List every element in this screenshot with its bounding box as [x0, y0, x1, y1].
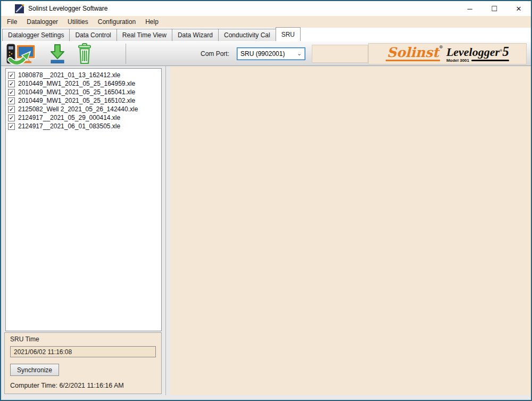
- window-controls: ─ ☐ ✕: [458, 1, 531, 16]
- file-list: ✓ 1080878__2021_01_13_162412.xle ✓ 20104…: [5, 68, 162, 331]
- levelogger-logo-text: Levelogger: [446, 45, 500, 59]
- sru-time-field[interactable]: [10, 346, 156, 357]
- tab-data-control[interactable]: Data Control: [69, 29, 117, 41]
- file-name: 2010449_MW1_2021_05_25_164959.xle: [18, 80, 135, 87]
- com-port-dropdown[interactable]: SRU (9902001) ⌄: [237, 47, 305, 60]
- file-list-item[interactable]: ✓ 2124917__2021_06_01_083505.xle: [7, 122, 160, 130]
- registered-mark: ®: [439, 45, 443, 49]
- model-number: Model 3001: [446, 59, 469, 63]
- file-checkbox[interactable]: ✓: [8, 89, 15, 96]
- file-list-item[interactable]: ✓ 2010449_MW1_2021_05_25_165041.xle: [7, 88, 160, 96]
- sru-to-pc-transfer-icon: [6, 43, 36, 64]
- toolbar-separator: [126, 44, 126, 64]
- file-list-item[interactable]: ✓ 2125082_Well 2_2021_05_26_142440.xle: [7, 105, 160, 113]
- app-window: Solinst Levelogger Software ─ ☐ ✕ File D…: [0, 0, 532, 401]
- synchronize-button[interactable]: Synchronize: [10, 364, 59, 376]
- file-name: 2010449_MW1_2021_05_25_165102.xle: [18, 97, 135, 104]
- file-checkbox[interactable]: ✓: [8, 123, 15, 130]
- solinst-logo: Solinst®: [386, 46, 440, 61]
- file-list-item[interactable]: ✓ 1080878__2021_01_13_162412.xle: [7, 71, 160, 79]
- file-name: 2010449_MW1_2021_05_25_165041.xle: [18, 88, 135, 96]
- close-button[interactable]: ✕: [506, 1, 531, 16]
- download-icon: [50, 43, 65, 64]
- file-name: 2124917__2021_06_01_083505.xle: [18, 122, 120, 130]
- menu-utilities[interactable]: Utilities: [63, 17, 93, 27]
- menu-configuration[interactable]: Configuration: [93, 17, 140, 27]
- window-title: Solinst Levelogger Software: [28, 5, 107, 12]
- toolbar: Com Port: SRU (9902001) ⌄ Solinst® Level…: [1, 41, 531, 66]
- file-checkbox[interactable]: ✓: [8, 72, 15, 79]
- levelogger-5: 5: [502, 44, 509, 59]
- file-name: 1080878__2021_01_13_162412.xle: [18, 71, 120, 79]
- logo-underline: [471, 60, 509, 61]
- chevron-down-icon: ⌄: [297, 50, 302, 57]
- menu-file[interactable]: File: [2, 17, 22, 27]
- delete-files-button[interactable]: [78, 43, 92, 64]
- brand-logo-panel: Solinst® Levelogger®5 Model 3001: [368, 43, 527, 64]
- main-content-area: [170, 66, 531, 395]
- sru-time-title: SRU Time: [10, 335, 156, 343]
- tab-sru[interactable]: SRU: [276, 27, 301, 41]
- tab-real-time-view[interactable]: Real Time View: [117, 29, 172, 41]
- title-bar: Solinst Levelogger Software ─ ☐ ✕: [1, 1, 531, 16]
- file-list-item[interactable]: ✓ 2124917__2021_05_29_000414.xle: [7, 113, 160, 122]
- com-port-value: SRU (9902001): [240, 50, 285, 58]
- content-area: ✓ 1080878__2021_01_13_162412.xle ✓ 20104…: [1, 66, 531, 400]
- download-files-button[interactable]: [50, 43, 65, 64]
- file-checkbox[interactable]: ✓: [8, 97, 15, 104]
- file-checkbox[interactable]: ✓: [8, 106, 15, 113]
- tab-conductivity-cal[interactable]: Conductivity Cal: [218, 29, 276, 41]
- file-name: 2125082_Well 2_2021_05_26_142440.xle: [18, 105, 138, 113]
- file-list-item[interactable]: ✓ 2010449_MW1_2021_05_25_165102.xle: [7, 96, 160, 105]
- transfer-to-pc-button[interactable]: [6, 43, 36, 64]
- delete-icon: [78, 43, 92, 64]
- levelogger-logo: Levelogger®5 Model 3001: [446, 45, 509, 63]
- menu-datalogger[interactable]: Datalogger: [22, 17, 63, 27]
- solinst-logo-text: Solinst: [387, 45, 439, 60]
- sru-time-panel: SRU Time Synchronize Computer Time: 6/2/…: [4, 332, 162, 394]
- menu-help[interactable]: Help: [140, 17, 163, 27]
- file-checkbox[interactable]: ✓: [8, 114, 15, 121]
- com-port-status-box: [312, 45, 368, 63]
- maximize-button[interactable]: ☐: [482, 1, 506, 16]
- com-port-label: Com Port:: [201, 50, 229, 58]
- left-panel: ✓ 1080878__2021_01_13_162412.xle ✓ 20104…: [1, 66, 166, 395]
- app-logo-icon: [15, 4, 24, 13]
- file-list-item[interactable]: ✓ 2010449_MW1_2021_05_25_164959.xle: [7, 79, 160, 88]
- file-checkbox[interactable]: ✓: [8, 80, 15, 87]
- minimize-button[interactable]: ─: [458, 1, 482, 16]
- file-name: 2124917__2021_05_29_000414.xle: [18, 114, 120, 121]
- computer-time-text: Computer Time: 6/2/2021 11:16:16 AM: [10, 382, 156, 389]
- tab-bar: Datalogger Settings Data Control Real Ti…: [1, 28, 531, 41]
- menu-bar: File Datalogger Utilities Configuration …: [1, 16, 531, 28]
- tab-datalogger-settings[interactable]: Datalogger Settings: [2, 29, 70, 41]
- tab-data-wizard[interactable]: Data Wizard: [172, 29, 219, 41]
